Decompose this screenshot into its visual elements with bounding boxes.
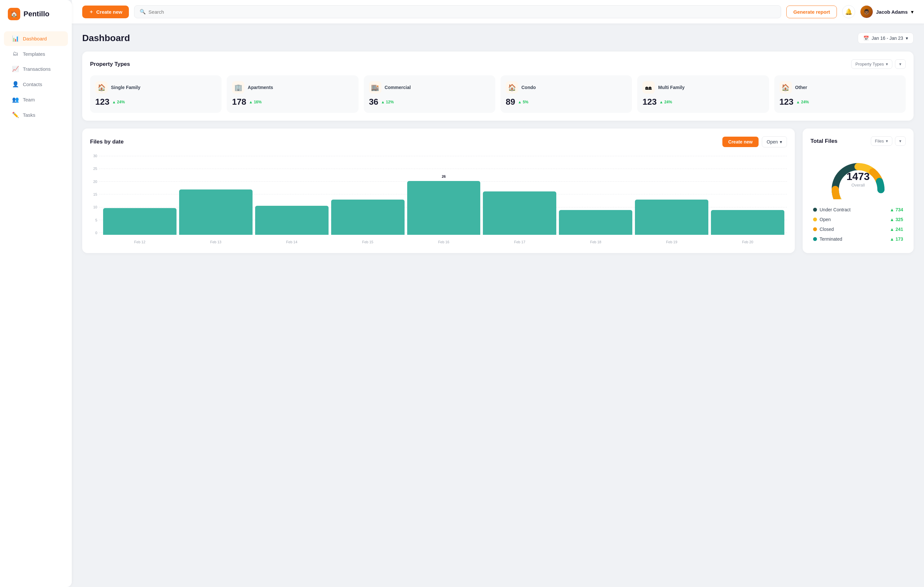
y-label: 0 xyxy=(90,231,97,235)
sidebar-item-transactions[interactable]: 📈 Transactions xyxy=(4,62,68,76)
donut-center-text: 1473 Overall xyxy=(846,171,870,187)
bar-chart-area: 30 25 20 15 10 xyxy=(90,154,787,245)
files-by-date-card: Files by date Create new Open ▾ 30 xyxy=(82,128,795,253)
chevron-down-icon: ▾ xyxy=(780,139,782,145)
sidebar-item-label-tasks: Tasks xyxy=(23,112,35,118)
sidebar-item-team[interactable]: 👥 Team xyxy=(4,92,68,107)
legend-value: ▲ 325 xyxy=(890,217,903,222)
chart-open-button[interactable]: Open ▾ xyxy=(762,136,787,147)
prop-type-name: Single Family xyxy=(111,85,140,90)
charts-row: Files by date Create new Open ▾ 30 xyxy=(82,128,914,253)
prop-type-icon: 🏘 xyxy=(642,81,655,94)
search-bar: 🔍 xyxy=(134,5,781,18)
prop-type-name: Multi Family xyxy=(658,85,685,90)
legend-label: Terminated xyxy=(820,237,842,242)
prop-type-icon: 🏢 xyxy=(232,81,244,94)
prop-type-name: Other xyxy=(795,85,807,90)
property-type-item: 🏠 Other 123 ▲ 24% xyxy=(774,75,906,113)
bar-peak-label: 26 xyxy=(442,174,446,178)
chevron-down-icon: ▾ xyxy=(886,62,888,67)
property-types-dropdown[interactable]: Property Types ▾ xyxy=(851,59,893,69)
bar-group xyxy=(179,154,252,235)
legend-item: Open ▲ 325 xyxy=(813,217,903,222)
bar xyxy=(635,200,708,235)
prop-type-change: ▲ 12% xyxy=(381,100,394,104)
chevron-down-icon: ▾ xyxy=(911,9,914,15)
bar xyxy=(711,210,784,235)
prop-type-icon: 🏠 xyxy=(779,81,792,94)
bar-group xyxy=(483,154,556,235)
create-btn-label: Create new xyxy=(96,9,122,15)
legend-item: Closed ▲ 241 xyxy=(813,227,903,232)
legend-item: Under Contract ▲ 734 xyxy=(813,207,903,212)
date-range-selector[interactable]: 📅 Jan 16 - Jan 23 ▾ xyxy=(858,33,914,44)
sidebar-item-templates[interactable]: 🗂 Templates xyxy=(4,47,68,61)
topbar-right: Generate report 🔔 👨🏾 Jacob Adams ▾ xyxy=(786,5,914,18)
bar-group xyxy=(103,154,177,235)
prop-type-change: ▲ 24% xyxy=(112,100,125,104)
generate-report-button[interactable]: Generate report xyxy=(786,5,837,18)
avatar: 👨🏾 xyxy=(860,5,873,18)
files-dropdown[interactable]: Files ▾ xyxy=(871,136,893,146)
tasks-icon: ✏️ xyxy=(12,112,19,118)
sidebar-item-label-contacts: Contacts xyxy=(23,82,42,87)
prop-type-change: ▲ 24% xyxy=(796,100,809,104)
property-type-item: 🏬 Commercial 36 ▲ 12% xyxy=(364,75,495,113)
property-types-more-dropdown[interactable]: ▾ xyxy=(895,59,906,69)
bar-group xyxy=(559,154,632,235)
sidebar-item-contacts[interactable]: 👤 Contacts xyxy=(4,77,68,92)
chart-title: Files by date xyxy=(90,138,124,145)
content: Dashboard 📅 Jan 16 - Jan 23 ▾ Property T… xyxy=(72,23,924,587)
bar xyxy=(559,210,632,235)
search-input[interactable] xyxy=(148,9,776,15)
dropdown-label: Property Types xyxy=(855,62,884,67)
transactions-icon: 📈 xyxy=(12,66,19,72)
bar-group: 26 xyxy=(407,154,480,235)
property-types-grid: 🏠 Single Family 123 ▲ 24% 🏢 Apartments 1… xyxy=(90,75,906,113)
x-label: Feb 14 xyxy=(255,240,328,244)
prop-type-change: ▲ 24% xyxy=(659,100,672,104)
sidebar-item-label-templates: Templates xyxy=(23,51,45,57)
team-icon: 👥 xyxy=(12,96,19,103)
files-dropdown-label: Files xyxy=(875,138,884,143)
bar xyxy=(255,206,328,235)
search-icon: 🔍 xyxy=(140,9,146,15)
chevron-down-icon: ▾ xyxy=(906,36,908,41)
chevron-down-icon: ▾ xyxy=(886,138,888,143)
user-info[interactable]: 👨🏾 Jacob Adams ▾ xyxy=(860,5,914,18)
prop-type-count: 89 xyxy=(506,97,515,107)
property-type-item: 🏘 Multi Family 123 ▲ 24% xyxy=(637,75,769,113)
legend-label: Closed xyxy=(820,227,834,232)
chart-create-button[interactable]: Create new xyxy=(723,136,759,147)
bar xyxy=(103,208,177,235)
sidebar-item-tasks[interactable]: ✏️ Tasks xyxy=(4,108,68,122)
chart-actions: Create new Open ▾ xyxy=(723,136,787,147)
legend-item-left: Closed xyxy=(813,227,834,232)
create-new-button[interactable]: ＋ Create new xyxy=(82,5,129,18)
prop-type-icon: 🏠 xyxy=(95,81,108,94)
prop-type-count: 123 xyxy=(779,97,794,107)
calendar-icon: 📅 xyxy=(863,36,869,41)
legend-label: Under Contract xyxy=(820,207,851,212)
notifications-button[interactable]: 🔔 xyxy=(842,5,855,18)
chevron-down-icon: ▾ xyxy=(899,62,901,67)
x-label: Feb 19 xyxy=(635,240,708,244)
logo: 🏠 Pentillo xyxy=(0,8,72,31)
legend-value: ▲ 241 xyxy=(890,227,903,232)
bar xyxy=(407,181,480,235)
bar-group xyxy=(331,154,404,235)
files-more-dropdown[interactable]: ▾ xyxy=(895,136,906,146)
legend-label: Open xyxy=(820,217,831,222)
y-label: 30 xyxy=(90,154,97,158)
y-label: 5 xyxy=(90,218,97,222)
property-type-item: 🏠 Single Family 123 ▲ 24% xyxy=(90,75,221,113)
chart-header: Files by date Create new Open ▾ xyxy=(90,136,787,147)
donut-svg-wrapper: 1473 Overall xyxy=(825,154,891,199)
bar xyxy=(331,200,404,235)
bar xyxy=(179,189,252,235)
sidebar: 🏠 Pentillo 📊 Dashboard 🗂 Templates 📈 Tra… xyxy=(0,0,72,587)
prop-type-count: 123 xyxy=(642,97,657,107)
prop-type-icon: 🏬 xyxy=(369,81,381,94)
logo-icon: 🏠 xyxy=(8,8,20,20)
sidebar-item-dashboard[interactable]: 📊 Dashboard xyxy=(4,31,68,46)
